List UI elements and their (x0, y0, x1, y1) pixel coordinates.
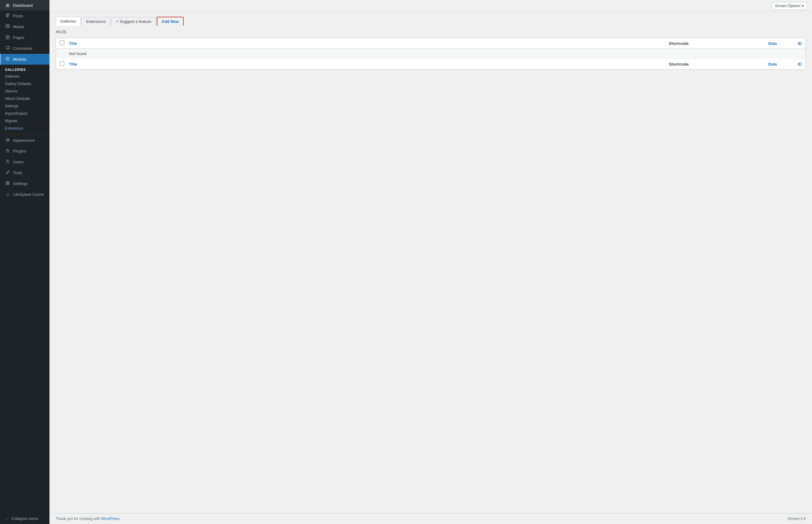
sidebar: ⊞ Dashboard Posts Media Pages Comments M… (0, 0, 49, 524)
sidebar-item-posts[interactable]: Posts (0, 11, 49, 21)
svg-rect-16 (6, 183, 7, 185)
modula-submenu: Galleries Galleries Gallery Defaults Alb… (0, 65, 49, 132)
sidebar-divider (0, 133, 49, 134)
tools-icon (5, 170, 11, 175)
sidebar-item-plugins[interactable]: Plugins (0, 146, 49, 157)
sidebar-item-media[interactable]: Media (0, 21, 49, 32)
plugins-label: Plugins (13, 149, 26, 153)
col-footer-shortcode: Shortcode (669, 62, 731, 66)
svg-rect-3 (6, 17, 9, 17)
appearance-label: Appearance (13, 138, 35, 143)
table-footer: Title Shortcode Date ID (56, 59, 806, 69)
svg-rect-5 (7, 24, 10, 27)
sidebar-sub-album-defaults[interactable]: Album Defaults (0, 95, 49, 102)
litespeed-icon: ◇ (5, 192, 11, 197)
svg-rect-4 (6, 25, 9, 28)
sidebar-item-pages[interactable]: Pages (0, 32, 49, 43)
collapse-icon: ← (5, 516, 9, 521)
screen-options-button[interactable]: Screen Options ▾ (772, 2, 807, 10)
svg-rect-1 (6, 15, 9, 15)
sidebar-item-modula[interactable]: Modula (0, 54, 49, 65)
users-icon (5, 159, 11, 165)
pages-icon (5, 35, 11, 40)
page-tabs: Galleries Extensions ↗ Suggest a feature… (56, 17, 806, 26)
sidebar-sub-gallery-defaults[interactable]: Gallery Defaults (0, 80, 49, 87)
col-header-shortcode: Shortcode (669, 41, 731, 46)
tools-label: Tools (13, 170, 22, 175)
col-footer-id[interactable]: ID (777, 62, 802, 66)
table-header: Title Shortcode Date ID (56, 38, 806, 49)
tab-add-new[interactable]: Add New (157, 17, 184, 26)
tab-galleries[interactable]: Galleries (56, 17, 81, 26)
table-row: Not found (56, 49, 806, 59)
collapse-menu-button[interactable]: ← Collapse menu (0, 513, 49, 524)
footer-credit: Thank you for creating with WordPress. (56, 517, 121, 521)
plugins-icon (5, 148, 11, 154)
appearance-icon (5, 138, 11, 143)
not-found-text: Not found (69, 51, 669, 56)
footer-thank-you-text: Thank you for creating with (56, 517, 100, 521)
main-area: Screen Options ▾ Galleries Extensions ↗ … (49, 0, 812, 524)
sidebar-item-label: Media (13, 24, 24, 29)
settings-label: Settings (13, 181, 28, 186)
sidebar-sub-extensions[interactable]: Extensions (0, 125, 49, 132)
galleries-table: Title Shortcode Date ID Not found Title … (56, 38, 806, 70)
svg-rect-14 (6, 182, 7, 183)
sidebar-sub-settings[interactable]: Settings (0, 102, 49, 110)
chevron-down-icon: ▾ (802, 4, 803, 8)
collapse-label: Collapse menu (12, 516, 38, 521)
svg-rect-0 (6, 14, 9, 14)
svg-point-11 (7, 59, 9, 60)
sidebar-item-label: Pages (13, 35, 24, 40)
col-header-title[interactable]: Title (69, 41, 669, 46)
sidebar-item-litespeed-cache[interactable]: ◇ LiteSpeed Cache (0, 189, 49, 199)
sidebar-sub-galleries[interactable]: Galleries (0, 73, 49, 80)
sidebar-item-appearance[interactable]: Appearance (0, 135, 49, 146)
filter-all-count: All (0) (56, 29, 806, 34)
sidebar-item-dashboard[interactable]: ⊞ Dashboard (0, 0, 49, 11)
modula-section-title: Galleries (0, 65, 49, 73)
col-header-date[interactable]: Date (731, 41, 777, 46)
page-content: Galleries Extensions ↗ Suggest a feature… (49, 12, 812, 513)
modula-icon (5, 56, 11, 62)
col-footer-title[interactable]: Title (69, 62, 669, 66)
topbar: Screen Options ▾ (49, 0, 812, 12)
sidebar-item-settings[interactable]: Settings (0, 178, 49, 189)
screen-options-label: Screen Options (775, 4, 800, 8)
col-footer-date[interactable]: Date (731, 62, 777, 66)
select-all-checkbox[interactable] (60, 40, 64, 45)
svg-rect-12 (6, 150, 9, 152)
page-footer: Thank you for creating with WordPress. V… (49, 513, 812, 524)
wordpress-link[interactable]: WordPress (101, 517, 119, 521)
tab-extensions[interactable]: Extensions (81, 17, 111, 26)
sidebar-sub-albums[interactable]: Albums (0, 87, 49, 95)
users-label: Users (13, 160, 23, 164)
header-checkbox-cell (60, 40, 69, 46)
sidebar-item-tools[interactable]: Tools (0, 167, 49, 178)
footer-checkbox-cell (60, 61, 69, 67)
footer-select-all-checkbox[interactable] (60, 61, 64, 66)
media-icon (5, 24, 11, 29)
litespeed-label: LiteSpeed Cache (13, 192, 44, 197)
dashboard-icon: ⊞ (5, 3, 11, 8)
sidebar-item-comments[interactable]: Comments (0, 43, 49, 54)
sidebar-sub-import-export[interactable]: Import/Export (0, 110, 49, 117)
footer-version: Version 5.6 (787, 517, 806, 521)
posts-icon (5, 13, 11, 19)
comments-icon (5, 46, 11, 51)
sidebar-item-label: Dashboard (13, 3, 33, 8)
external-link-icon: ↗ (116, 19, 118, 23)
svg-rect-2 (6, 16, 8, 16)
svg-point-13 (7, 160, 9, 161)
tab-suggest-feature[interactable]: ↗ Suggest a feature (111, 17, 156, 26)
sidebar-sub-migrate[interactable]: Migrate (0, 117, 49, 125)
svg-rect-17 (8, 183, 9, 185)
sidebar-item-users[interactable]: Users (0, 157, 49, 167)
sidebar-item-label: Comments (13, 46, 32, 51)
svg-rect-15 (8, 182, 9, 183)
col-header-id[interactable]: ID (777, 41, 802, 46)
sidebar-item-label: Posts (13, 14, 23, 18)
settings-icon (5, 181, 11, 186)
sidebar-item-label: Modula (13, 57, 26, 62)
